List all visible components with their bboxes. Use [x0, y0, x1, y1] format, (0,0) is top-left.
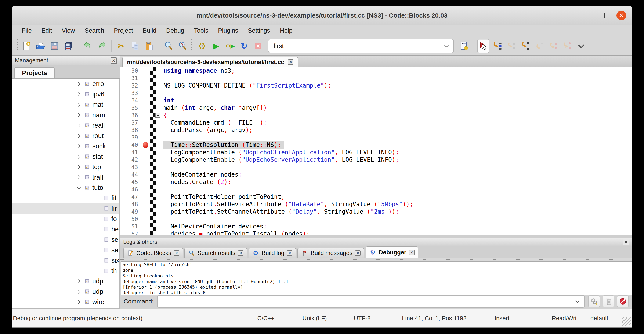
code-line-38[interactable]: 38 cmd.Parse (argc, argv);	[120, 126, 632, 134]
code-text[interactable]: cmd.Parse (argc, argv);	[161, 127, 252, 134]
tree-item-tcp[interactable]: tcp	[12, 162, 120, 172]
code-text[interactable]: main (int argc, char *argv[])	[161, 104, 267, 111]
chevron-right-icon[interactable]	[76, 288, 85, 295]
code-text[interactable]: nodes.Create (2);	[161, 178, 231, 185]
line-number[interactable]: 46	[120, 186, 142, 193]
target-options-button[interactable]	[458, 39, 470, 53]
code-text[interactable]: PointToPointHelper pointToPoint;	[161, 193, 285, 200]
logs-tab-close-button[interactable]: ×	[174, 250, 179, 256]
tab-search-results[interactable]: Search results×	[184, 248, 247, 258]
tree-item-trafl[interactable]: trafl	[12, 172, 120, 182]
abort-build-button[interactable]	[252, 39, 264, 53]
debug-continue-button[interactable]	[477, 39, 490, 53]
line-number[interactable]: 48	[120, 201, 142, 207]
code-line-44[interactable]: 44 NodeContainer nodes;	[120, 171, 632, 178]
chevron-right-icon[interactable]	[76, 153, 85, 160]
code-line-48[interactable]: 48 pointToPoint.SetDeviceAttribute ("Dat…	[120, 200, 632, 208]
fold-collapse-icon[interactable]	[156, 113, 160, 118]
line-number[interactable]: 35	[120, 105, 142, 111]
debug-toolbar-overflow-button[interactable]	[575, 39, 587, 53]
code-line-43[interactable]: 43	[120, 163, 632, 171]
chevron-right-icon[interactable]	[76, 174, 85, 181]
save-button[interactable]	[48, 39, 60, 53]
tree-item-rout[interactable]: rout	[12, 131, 120, 141]
tree-item-udp-[interactable]: udp-	[12, 286, 120, 297]
tree-item-nam[interactable]: nam	[12, 110, 120, 120]
tree-item-he[interactable]: he	[12, 224, 120, 234]
line-number[interactable]: 33	[120, 90, 142, 96]
line-number[interactable]: 34	[120, 97, 142, 104]
code-editor[interactable]: 30using namespace ns3;3132NS_LOG_COMPONE…	[120, 67, 632, 238]
chevron-right-icon[interactable]	[76, 164, 85, 170]
line-number[interactable]: 30	[120, 68, 142, 74]
chevron-right-icon[interactable]	[76, 299, 85, 305]
open-file-button[interactable]	[34, 39, 46, 53]
tab-build-messages[interactable]: Build messages×	[298, 248, 364, 258]
copy-button[interactable]	[129, 39, 142, 53]
code-text[interactable]: int	[161, 97, 174, 104]
line-number[interactable]: 31	[120, 75, 142, 81]
line-number[interactable]: 50	[120, 216, 142, 222]
attach-file-button[interactable]	[588, 295, 600, 307]
menu-tools[interactable]: Tools	[189, 25, 213, 36]
chevron-down-icon[interactable]	[76, 185, 85, 191]
step-out-button[interactable]	[533, 39, 545, 53]
run-button[interactable]: ▶	[210, 39, 222, 53]
logs-tab-close-button[interactable]: ×	[287, 250, 292, 256]
line-number[interactable]: 39	[120, 134, 142, 141]
title-bar[interactable]: mnt/dev/tools/source/ns-3-dev/examples/t…	[12, 6, 632, 25]
code-line-30[interactable]: 30using namespace ns3;	[120, 67, 632, 74]
menu-edit[interactable]: Edit	[36, 25, 57, 36]
logs-tab-close-button[interactable]: ×	[238, 250, 244, 256]
code-text[interactable]: Time::SetResolution (Time::NS);	[161, 141, 284, 148]
tree-item-six[interactable]: six	[12, 255, 120, 265]
tree-item-stat[interactable]: stat	[12, 151, 120, 162]
chevron-right-icon[interactable]	[76, 102, 85, 108]
menu-file[interactable]: File	[17, 25, 36, 36]
code-line-34[interactable]: 34int	[120, 97, 632, 104]
resize-grip[interactable]	[622, 317, 631, 326]
editor-horizontal-scrollbar[interactable]	[120, 235, 632, 238]
build-button[interactable]: ⚙	[196, 39, 208, 53]
code-line-39[interactable]: 39	[120, 134, 632, 141]
rebuild-button[interactable]: ↻	[238, 39, 250, 53]
menu-search[interactable]: Search	[80, 25, 109, 36]
breakpoint-margin[interactable]	[142, 142, 150, 148]
paste-button[interactable]	[143, 39, 156, 53]
tab-code-blocks[interactable]: Code::Blocks×	[123, 248, 183, 258]
copy-output-button[interactable]	[602, 295, 614, 307]
tree-item-fir[interactable]: fir	[12, 203, 120, 214]
code-line-37[interactable]: 37 CommandLine cmd (__FILE__);	[120, 119, 632, 126]
chevron-right-icon[interactable]	[76, 133, 85, 139]
line-number[interactable]: 42	[120, 157, 142, 163]
undo-button[interactable]	[82, 39, 94, 53]
code-text[interactable]: {	[161, 112, 167, 119]
line-number[interactable]: 40	[120, 142, 142, 148]
find-button[interactable]	[162, 39, 175, 53]
chevron-down-icon[interactable]	[443, 43, 450, 49]
tree-item-ipv6[interactable]: ipv6	[12, 89, 120, 99]
close-button[interactable]: ✕	[616, 11, 626, 20]
menu-build[interactable]: Build	[138, 25, 161, 36]
tree-item-sock[interactable]: sock	[12, 141, 120, 151]
toolbar-grip[interactable]	[191, 39, 194, 53]
tree-item-udp[interactable]: udp	[12, 276, 120, 286]
build-target-input[interactable]	[268, 42, 454, 50]
logs-tab-close-button[interactable]: ×	[355, 250, 360, 256]
code-text[interactable]: NetDeviceContainer devices;	[161, 223, 267, 230]
code-line-49[interactable]: 49 pointToPoint.SetChannelAttribute ("De…	[120, 208, 632, 215]
maximize-button[interactable]	[600, 11, 609, 20]
minimize-button[interactable]	[582, 11, 592, 20]
line-number[interactable]: 43	[120, 164, 142, 170]
code-line-36[interactable]: 36{	[120, 112, 632, 119]
tree-item-scratch[interactable]: scratch	[12, 307, 120, 309]
command-input[interactable]	[158, 296, 570, 307]
tree-item-th[interactable]: th	[12, 265, 120, 276]
cut-button[interactable]: ✂	[115, 39, 128, 53]
breakpoint-icon[interactable]	[143, 142, 148, 148]
editor-tab-close-button[interactable]: ×	[288, 59, 294, 65]
tree-item-se[interactable]: se	[12, 245, 120, 255]
tab-projects[interactable]: Projects	[14, 67, 54, 78]
step-into-button[interactable]	[519, 39, 531, 53]
chevron-right-icon[interactable]	[76, 112, 85, 118]
